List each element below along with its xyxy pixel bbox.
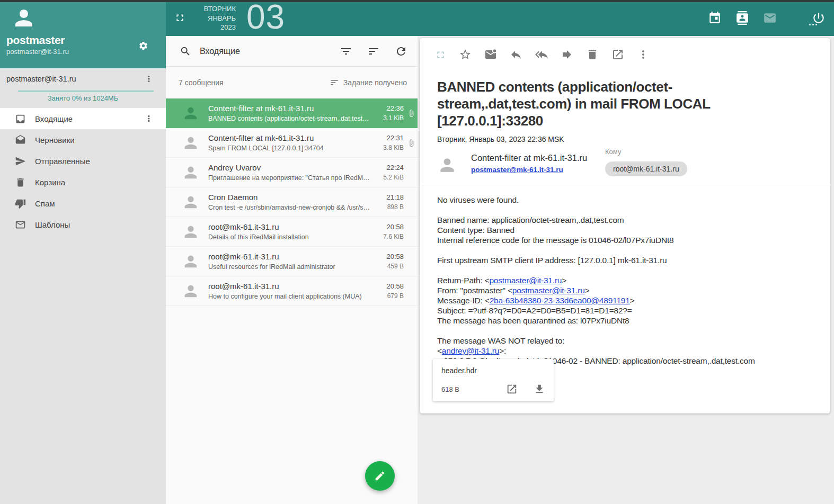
- sidebar-item-drafts[interactable]: Черновики: [0, 129, 166, 150]
- folder-list: ВходящиеЧерновикиОтправленныеКорзинаСпам…: [0, 108, 166, 235]
- thumb-down-icon: [15, 198, 26, 209]
- sort-icon[interactable]: [367, 45, 380, 58]
- attachment-name: header.hdr: [441, 366, 554, 375]
- recipient-block: Кому root@mk-61.it-31.ru: [605, 148, 813, 176]
- message-sender: root@mk-61.it-31.ru: [208, 282, 370, 291]
- window-top-border: [0, 0, 834, 2]
- sidebar-item-templates[interactable]: Шаблоны: [0, 214, 166, 235]
- message-sender: root@mk-61.it-31.ru: [208, 252, 370, 261]
- list-info-row: 7 сообщения Задание получено: [166, 67, 418, 98]
- settings-gear-icon[interactable]: [138, 41, 148, 51]
- body-line: Return-Path: <postmaster@it-31.ru>: [437, 275, 813, 285]
- message-time: 21:18: [370, 193, 404, 201]
- reply-all-icon[interactable]: [535, 48, 548, 61]
- message-size: 459 B: [370, 263, 404, 270]
- contacts-icon[interactable]: [735, 11, 749, 25]
- user-avatar-icon: [11, 5, 37, 31]
- account-menu-icon[interactable]: [144, 74, 154, 84]
- list-item[interactable]: Content-filter at mk-61.it-31.ruBANNED c…: [166, 98, 418, 128]
- calendar-icon[interactable]: [708, 11, 722, 25]
- message-size: 7.6 KiB: [370, 233, 404, 240]
- body-line: [437, 265, 813, 275]
- pencil-icon: [374, 470, 386, 482]
- sort-selector[interactable]: Задание получено: [330, 78, 407, 87]
- body-line: Internal reference code for the message …: [437, 235, 813, 245]
- message-sender: Andrey Uvarov: [208, 163, 370, 172]
- star-icon[interactable]: [459, 48, 472, 61]
- body-link[interactable]: postmaster@it-31.ru: [512, 286, 585, 295]
- list-item[interactable]: Cron DaemonCron test -e /usr/sbin/amavis…: [166, 187, 418, 217]
- compose-button[interactable]: [365, 461, 395, 491]
- body-link[interactable]: postmaster@it-31.ru: [489, 276, 562, 285]
- folder-label: Входящие: [35, 114, 73, 123]
- list-item[interactable]: root@mk-61.it-31.ruDetails of this iRedM…: [166, 217, 418, 247]
- sender-avatar-icon: [437, 155, 457, 175]
- sender-avatar-icon: [182, 164, 200, 182]
- list-item[interactable]: root@mk-61.it-31.ruUseful resources for …: [166, 247, 418, 276]
- expand-message-icon[interactable]: [435, 49, 446, 60]
- body-line: First upstream SMTP client IP address: […: [437, 255, 813, 265]
- reply-icon[interactable]: [510, 48, 522, 61]
- open-in-new-icon[interactable]: [611, 48, 624, 61]
- inbox-icon: [15, 113, 26, 124]
- list-item[interactable]: root@mk-61.it-31.ruHow to configure your…: [166, 276, 418, 306]
- folder-label: Шаблоны: [35, 220, 70, 229]
- folder-label: Корзина: [35, 178, 65, 187]
- body-link[interactable]: 2ba-63b48380-23-33d6ea00@4891191: [490, 296, 630, 305]
- delete-icon[interactable]: [586, 48, 599, 61]
- sender-avatar-icon: [182, 223, 200, 241]
- message-card: BANNED contents (application/octet-strea…: [420, 38, 830, 413]
- attachment-open-icon[interactable]: [506, 383, 518, 395]
- viewer-toolbar: [420, 38, 830, 71]
- attachment-size: 618 B: [441, 385, 459, 393]
- sender-email-link[interactable]: postmaster@mk-61.it-31.ru: [471, 166, 563, 174]
- drafts-icon: [15, 134, 26, 146]
- sidebar-item-inbox[interactable]: Входящие: [0, 108, 166, 129]
- paperclip-icon: [407, 109, 415, 117]
- search-bar[interactable]: Входящие: [166, 36, 418, 67]
- list-item[interactable]: Andrey UvarovПриглашение на мероприятие:…: [166, 158, 418, 187]
- sort-label: Задание получено: [343, 78, 407, 87]
- forward-icon[interactable]: [561, 48, 573, 61]
- recipient-chip[interactable]: root@mk-61.it-31.ru: [605, 161, 687, 176]
- date-month: ЯНВАРЬ: [166, 14, 236, 23]
- body-line: From: "postmaster" <postmaster@it-31.ru>: [437, 285, 813, 295]
- send-icon: [15, 156, 26, 167]
- message-time: 20:58: [370, 253, 404, 260]
- message-viewer-panel: BANNED contents (application/octet-strea…: [418, 36, 834, 504]
- sidebar-item-trash[interactable]: Корзина: [0, 172, 166, 193]
- mark-unread-icon[interactable]: [484, 48, 497, 61]
- sidebar-item-spam[interactable]: Спам: [0, 193, 166, 214]
- body-line: <andrey@it-31.ru>:: [437, 346, 813, 356]
- loading-dots: [809, 24, 811, 25]
- list-item[interactable]: Content-filter at mk-61.it-31.ruSpam FRO…: [166, 128, 418, 158]
- message-size: 3.8 KiB: [370, 144, 404, 151]
- message-preview: Cron test -e /usr/sbin/amavisd-new-cronj…: [208, 204, 370, 211]
- date-block: ВТОРНИК ЯНВАРЬ 2023: [166, 4, 236, 32]
- message-time: 22:24: [370, 164, 404, 172]
- message-time: 20:58: [370, 282, 404, 290]
- account-row[interactable]: postmaster@it-31.ru: [0, 68, 166, 91]
- trash-icon: [15, 177, 26, 188]
- attachment-download-icon[interactable]: [534, 383, 545, 395]
- folder-label: Черновики: [35, 136, 75, 145]
- body-link[interactable]: andrey@it-31.ru: [442, 346, 499, 355]
- mail-icon[interactable]: [763, 11, 777, 25]
- date-weekday: ВТОРНИК: [166, 4, 236, 14]
- message-list: Content-filter at mk-61.it-31.ruBANNED c…: [166, 98, 418, 306]
- message-preview: Spam FROM LOCAL [127.0.0.1]:34704: [208, 145, 370, 152]
- message-date: Вторник, Январь 03, 2023 22:36 MSK: [437, 135, 813, 143]
- message-size: 3.1 KiB: [370, 114, 404, 122]
- power-icon[interactable]: [812, 11, 826, 25]
- user-name: postmaster: [6, 34, 65, 47]
- more-vert-icon[interactable]: [637, 48, 650, 61]
- filter-icon[interactable]: [340, 45, 352, 58]
- attachment-card[interactable]: header.hdr 618 B: [433, 359, 554, 401]
- search-icon[interactable]: [180, 46, 191, 57]
- message-sender: Cron Daemon: [208, 193, 370, 202]
- refresh-icon[interactable]: [395, 45, 407, 58]
- sender-avatar-icon: [182, 282, 200, 300]
- sidebar-item-sent[interactable]: Отправленные: [0, 150, 166, 172]
- folder-menu-icon[interactable]: [144, 114, 154, 123]
- paperclip-icon: [407, 139, 415, 147]
